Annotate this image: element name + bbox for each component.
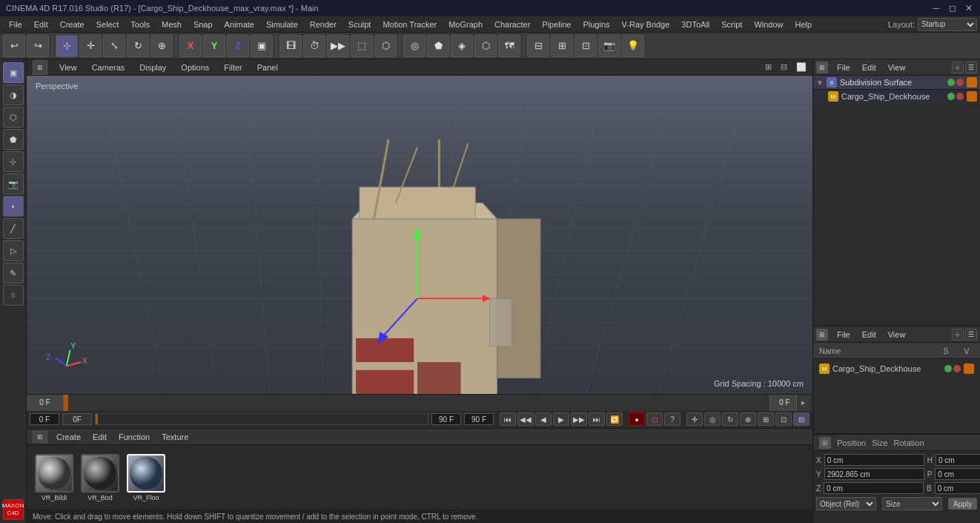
timeline-expand-btn[interactable]: ▸ <box>796 395 810 411</box>
material-item-2[interactable]: VR_Floo <box>125 454 168 501</box>
obj-icon-1[interactable]: ⊹ <box>952 62 964 73</box>
size-system-dropdown[interactable]: Size Scale <box>882 497 942 510</box>
all-axis-button[interactable]: ▣ <box>251 35 273 57</box>
obj-row-subdiv[interactable]: ▼ S Subdivision Surface <box>813 76 980 90</box>
timeline-ruler[interactable]: 0 F 0 5 10 15 20 25 <box>27 395 812 411</box>
step-back-btn[interactable]: ◀◀ <box>517 412 534 426</box>
workplane-btn[interactable]: ⊡ <box>575 35 597 57</box>
bp-3d-btn[interactable]: ⬡ <box>3 107 24 128</box>
face-mode-btn[interactable]: ▷ <box>3 240 24 261</box>
grid-btn[interactable]: ⊞ <box>551 35 573 57</box>
model-mode-btn[interactable]: ▣ <box>3 62 24 83</box>
mat-menu-create[interactable]: Create <box>53 431 84 443</box>
viewport-icon-2[interactable]: ⊟ <box>781 62 787 72</box>
rotate-tool[interactable]: ↻ <box>127 35 149 57</box>
go-to-start-btn[interactable]: ⏮ <box>500 412 516 426</box>
frame-end-input[interactable] <box>431 413 461 425</box>
render-btn[interactable]: ⬡ <box>374 35 397 57</box>
obj-menu-edit[interactable]: Edit <box>859 62 879 73</box>
menu-mograph[interactable]: MoGraph <box>443 19 489 30</box>
move-tool[interactable]: ✛ <box>79 35 102 57</box>
attr-row-cargo[interactable]: M Cargo_Ship_Deckhouse <box>816 362 977 375</box>
material-item-1[interactable]: VR_Bod <box>79 454 122 501</box>
obj-menu-file[interactable]: File <box>834 62 853 73</box>
sculpt-btn[interactable]: ✎ <box>3 263 24 283</box>
attr-menu-view[interactable]: View <box>885 329 909 341</box>
menu-select[interactable]: Select <box>90 19 125 30</box>
menu-plugins[interactable]: Plugins <box>577 19 615 30</box>
props-x-size[interactable] <box>936 454 980 466</box>
maximize-button[interactable]: ◻ <box>947 3 958 13</box>
menu-tools[interactable]: Tools <box>125 19 156 30</box>
menu-edit[interactable]: Edit <box>28 19 54 30</box>
mode-btn-5[interactable]: ⊞ <box>758 412 774 426</box>
menu-snap[interactable]: Snap <box>188 19 219 30</box>
step-forward-btn[interactable]: ▶▶ <box>571 412 587 426</box>
undo-button[interactable]: ↩ <box>3 35 25 57</box>
viewport-icon-3[interactable]: ⬜ <box>796 62 807 72</box>
viewport-icon-1[interactable]: ⊞ <box>765 62 772 72</box>
x-axis-button[interactable]: X <box>179 35 202 57</box>
play-reverse-btn[interactable]: ◀ <box>535 412 552 426</box>
menu-vray-bridge[interactable]: V-Ray Bridge <box>616 19 676 30</box>
play-btn[interactable]: ▶ <box>553 412 569 426</box>
y-axis-button[interactable]: Y <box>203 35 225 57</box>
apply-button[interactable]: Apply <box>948 498 977 510</box>
selection-tool[interactable]: ⊹ <box>56 35 78 57</box>
mode-btn-6[interactable]: ⊡ <box>775 412 792 426</box>
auto-key-btn[interactable]: ⊡ <box>646 412 663 426</box>
menu-create[interactable]: Create <box>54 19 90 30</box>
props-x-pos[interactable] <box>824 454 924 466</box>
z-axis-button[interactable]: Z <box>227 35 249 57</box>
loop-btn[interactable]: 🔁 <box>606 412 623 426</box>
object-tool-btn[interactable]: ⊹ <box>3 151 24 172</box>
frame-current-input[interactable] <box>62 413 92 425</box>
obj-menu-view[interactable]: View <box>885 62 909 73</box>
mode-btn-2[interactable]: ◎ <box>704 412 721 426</box>
menu-render[interactable]: Render <box>304 19 342 30</box>
props-y-pos[interactable] <box>824 468 924 480</box>
key-help-btn[interactable]: ? <box>664 412 681 426</box>
edge-mode-btn[interactable]: ◈ <box>451 35 473 57</box>
viewport-3d[interactable]: X Y Z Perspective Grid Spacing : 10000 c… <box>27 76 812 394</box>
menu-window[interactable]: Window <box>748 19 789 30</box>
attr-menu-file[interactable]: File <box>834 329 853 341</box>
transform-tool[interactable]: ⊕ <box>150 35 173 57</box>
bp-uv-btn[interactable]: ⬟ <box>3 129 24 150</box>
cam-btn[interactable]: 📷 <box>598 35 620 57</box>
menu-motion-tracker[interactable]: Motion Tracker <box>377 19 443 30</box>
mat-menu-function[interactable]: Function <box>116 431 153 443</box>
minimize-button[interactable]: ─ <box>931 3 941 13</box>
mat-menu-edit[interactable]: Edit <box>90 431 110 443</box>
window-controls[interactable]: ─ ◻ ✕ <box>931 3 974 13</box>
go-to-end-btn[interactable]: ⏭ <box>589 412 605 426</box>
viewport-settings-icon[interactable]: ⊞ <box>33 60 47 75</box>
menu-character[interactable]: Character <box>489 19 536 30</box>
menu-mesh[interactable]: Mesh <box>156 19 188 30</box>
polygon-mode-btn[interactable]: ⬡ <box>474 35 497 57</box>
viewport-menu-display[interactable]: Display <box>136 62 169 73</box>
animation-btn[interactable]: ▶▶ <box>327 35 349 57</box>
camera-tool-btn[interactable]: 📷 <box>3 174 24 194</box>
mat-menu-texture[interactable]: Texture <box>159 431 191 443</box>
layout-dropdown[interactable]: Startup <box>918 18 977 31</box>
menu-3dtoall[interactable]: 3DToAll <box>675 19 715 30</box>
scale-tool[interactable]: ⤡ <box>103 35 125 57</box>
record-btn[interactable]: ● <box>629 412 645 426</box>
props-z-size[interactable] <box>935 482 980 494</box>
redo-button[interactable]: ↪ <box>27 35 49 57</box>
snap-btn[interactable]: ⊟ <box>527 35 549 57</box>
timeline-scrubber[interactable] <box>95 413 428 425</box>
close-button[interactable]: ✕ <box>964 3 974 13</box>
menu-help[interactable]: Help <box>789 19 818 30</box>
menu-sculpt[interactable]: Sculpt <box>342 19 377 30</box>
viewport-menu-view[interactable]: View <box>56 62 80 73</box>
menu-script[interactable]: Script <box>715 19 748 30</box>
obj-row-cargo[interactable]: M Cargo_Ship_Deckhouse <box>813 90 980 103</box>
render-region-btn[interactable]: ⬚ <box>351 35 373 57</box>
texture-mode-btn[interactable]: ◑ <box>3 85 24 105</box>
mode-btn-4[interactable]: ⊕ <box>740 412 756 426</box>
attr-icon-2[interactable]: ☰ <box>965 329 977 341</box>
props-z-pos[interactable] <box>824 482 924 494</box>
viewport-menu-cameras[interactable]: Cameras <box>89 62 128 73</box>
